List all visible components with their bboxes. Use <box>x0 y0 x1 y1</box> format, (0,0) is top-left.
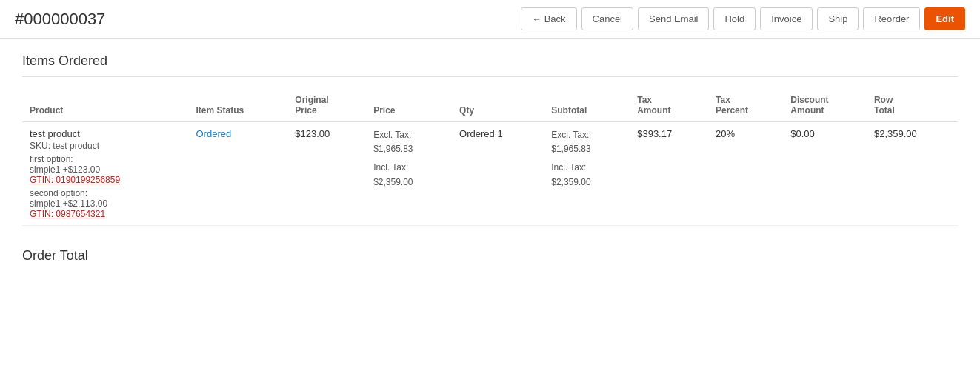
first-option-value: simple1 +$123.00 <box>30 164 181 175</box>
qty-label: Ordered <box>459 128 495 139</box>
price-excl-value: $1,965.83 <box>373 142 444 156</box>
qty-cell: Ordered 1 <box>452 122 544 226</box>
order-total-section: Order Total <box>22 248 958 264</box>
table-row: test product SKU: test product first opt… <box>22 122 958 226</box>
first-option-label: first option: <box>30 154 181 164</box>
item-status-cell: Ordered <box>189 122 288 226</box>
product-sku: SKU: test product <box>30 141 181 151</box>
second-option-label: second option: <box>30 188 181 198</box>
col-qty: Qty <box>452 89 544 122</box>
col-item-status: Item Status <box>189 89 288 122</box>
col-discount-amount: DiscountAmount <box>783 89 867 122</box>
hold-button[interactable]: Hold <box>713 7 756 30</box>
col-price: Price <box>366 89 452 122</box>
original-price-value: $123.00 <box>295 128 330 139</box>
cancel-button[interactable]: Cancel <box>581 7 633 30</box>
second-option-value: simple1 +$2,113.00 <box>30 198 181 209</box>
back-button[interactable]: ← Back <box>521 7 577 30</box>
page-title: #000000037 <box>15 10 521 29</box>
send-email-button[interactable]: Send Email <box>638 7 709 30</box>
col-row-total: RowTotal <box>867 89 958 122</box>
product-name: test product <box>30 128 181 139</box>
qty-value: 1 <box>497 128 502 139</box>
order-total-title: Order Total <box>22 248 958 264</box>
discount-amount-cell: $0.00 <box>783 122 867 226</box>
subtotal-excl-value: $1,965.83 <box>551 142 622 156</box>
row-total-value: $2,359.00 <box>874 128 917 139</box>
col-tax-amount: TaxAmount <box>630 89 708 122</box>
page-header: #000000037 ← Back Cancel Send Email Hold… <box>0 0 980 39</box>
items-table: Product Item Status OriginalPrice Price … <box>22 89 958 226</box>
reorder-button[interactable]: Reorder <box>863 7 920 30</box>
main-content: Items Ordered Product Item Status Origin… <box>0 39 980 278</box>
tax-percent-cell: 20% <box>708 122 783 226</box>
price-incl-value: $2,359.00 <box>373 176 444 190</box>
subtotal-cell: Excl. Tax: $1,965.83 Incl. Tax: $2,359.0… <box>544 122 630 226</box>
second-option-gtin: GTIN: 0987654321 <box>30 209 181 219</box>
subtotal-incl-label: Incl. Tax: <box>551 161 622 175</box>
items-ordered-section: Items Ordered Product Item Status Origin… <box>22 53 958 226</box>
price-excl-label: Excl. Tax: <box>373 128 444 142</box>
invoice-button[interactable]: Invoice <box>760 7 813 30</box>
original-price-cell: $123.00 <box>287 122 366 226</box>
price-incl-label: Incl. Tax: <box>373 161 444 175</box>
subtotal-excl-label: Excl. Tax: <box>551 128 622 142</box>
discount-amount-value: $0.00 <box>790 128 815 139</box>
items-ordered-title: Items Ordered <box>22 53 958 77</box>
col-original-price: OriginalPrice <box>287 89 366 122</box>
subtotal-incl-value: $2,359.00 <box>551 176 622 190</box>
first-option-gtin: GTIN: 0190199256859 <box>30 175 181 185</box>
row-total-cell: $2,359.00 <box>867 122 958 226</box>
col-subtotal: Subtotal <box>544 89 630 122</box>
price-cell: Excl. Tax: $1,965.83 Incl. Tax: $2,359.0… <box>366 122 452 226</box>
col-tax-percent: TaxPercent <box>708 89 783 122</box>
table-header-row: Product Item Status OriginalPrice Price … <box>22 89 958 122</box>
col-product: Product <box>22 89 189 122</box>
tax-amount-cell: $393.17 <box>630 122 708 226</box>
header-actions: ← Back Cancel Send Email Hold Invoice Sh… <box>521 7 965 30</box>
product-cell: test product SKU: test product first opt… <box>22 122 189 226</box>
item-status-value: Ordered <box>196 128 232 139</box>
ship-button[interactable]: Ship <box>817 7 859 30</box>
tax-amount-value: $393.17 <box>637 128 672 139</box>
tax-percent-value: 20% <box>716 128 735 139</box>
edit-button[interactable]: Edit <box>924 7 965 30</box>
